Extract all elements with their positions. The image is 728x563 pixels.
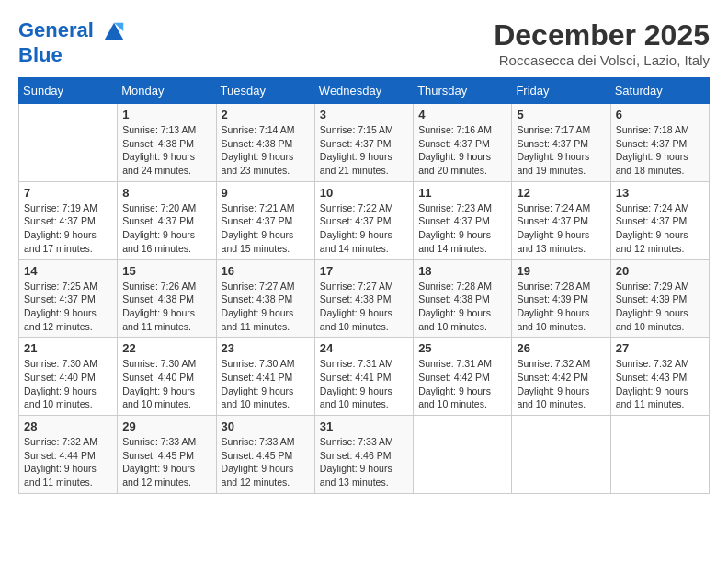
- day-info: Sunrise: 7:32 AMSunset: 4:44 PMDaylight:…: [24, 435, 112, 489]
- calendar-cell: 21Sunrise: 7:30 AMSunset: 4:40 PMDayligh…: [19, 338, 118, 416]
- weekday-header-row: SundayMondayTuesdayWednesdayThursdayFrid…: [19, 78, 710, 104]
- calendar-cell: 7Sunrise: 7:19 AMSunset: 4:37 PMDaylight…: [19, 181, 118, 259]
- day-number: 5: [517, 108, 605, 121]
- page-header: General Blue December 2025 Roccasecca de…: [18, 18, 710, 68]
- day-info: Sunrise: 7:27 AMSunset: 4:38 PMDaylight:…: [222, 280, 310, 334]
- calendar-cell: 6Sunrise: 7:18 AMSunset: 4:37 PMDaylight…: [610, 104, 709, 182]
- calendar-cell: 25Sunrise: 7:31 AMSunset: 4:42 PMDayligh…: [414, 338, 512, 416]
- day-number: 8: [122, 186, 210, 200]
- day-number: 15: [122, 264, 210, 278]
- day-info: Sunrise: 7:24 AMSunset: 4:37 PMDaylight:…: [616, 201, 704, 256]
- calendar-cell: 20Sunrise: 7:29 AMSunset: 4:39 PMDayligh…: [610, 259, 709, 338]
- day-number: 18: [418, 264, 506, 278]
- calendar-cell: 3Sunrise: 7:15 AMSunset: 4:37 PMDaylight…: [314, 104, 413, 182]
- weekday-header-cell: Monday: [118, 78, 216, 104]
- day-number: 11: [418, 186, 506, 200]
- day-number: 17: [320, 264, 408, 278]
- calendar-table: SundayMondayTuesdayWednesdayThursdayFrid…: [18, 77, 710, 494]
- calendar-cell: 15Sunrise: 7:26 AMSunset: 4:38 PMDayligh…: [118, 259, 216, 338]
- day-info: Sunrise: 7:24 AMSunset: 4:37 PMDaylight:…: [517, 201, 605, 256]
- day-number: 9: [222, 186, 310, 200]
- calendar-cell: [414, 416, 512, 494]
- calendar-body: 1Sunrise: 7:13 AMSunset: 4:38 PMDaylight…: [19, 104, 710, 494]
- calendar-cell: 23Sunrise: 7:30 AMSunset: 4:41 PMDayligh…: [216, 338, 314, 416]
- day-number: 1: [122, 108, 210, 121]
- day-info: Sunrise: 7:17 AMSunset: 4:37 PMDaylight:…: [517, 123, 605, 178]
- calendar-cell: 17Sunrise: 7:27 AMSunset: 4:38 PMDayligh…: [314, 259, 413, 338]
- day-info: Sunrise: 7:30 AMSunset: 4:41 PMDaylight:…: [222, 357, 310, 411]
- calendar-cell: [19, 104, 118, 182]
- calendar-cell: 26Sunrise: 7:32 AMSunset: 4:42 PMDayligh…: [512, 338, 610, 416]
- day-info: Sunrise: 7:33 AMSunset: 4:45 PMDaylight:…: [122, 435, 210, 489]
- day-number: 14: [24, 264, 112, 278]
- day-info: Sunrise: 7:26 AMSunset: 4:38 PMDaylight:…: [122, 280, 210, 334]
- day-number: 27: [616, 341, 704, 355]
- calendar-cell: 31Sunrise: 7:33 AMSunset: 4:46 PMDayligh…: [314, 416, 413, 494]
- weekday-header-cell: Thursday: [414, 78, 512, 104]
- day-info: Sunrise: 7:30 AMSunset: 4:40 PMDaylight:…: [24, 357, 112, 411]
- day-number: 26: [517, 341, 605, 355]
- calendar-cell: 27Sunrise: 7:32 AMSunset: 4:43 PMDayligh…: [610, 338, 709, 416]
- title-block: December 2025 Roccasecca dei Volsci, Laz…: [494, 18, 710, 68]
- day-number: 19: [517, 264, 605, 278]
- day-info: Sunrise: 7:23 AMSunset: 4:37 PMDaylight:…: [418, 201, 506, 256]
- day-number: 12: [517, 186, 605, 200]
- calendar-cell: 10Sunrise: 7:22 AMSunset: 4:37 PMDayligh…: [314, 181, 413, 259]
- day-number: 6: [616, 108, 704, 121]
- day-info: Sunrise: 7:13 AMSunset: 4:38 PMDaylight:…: [122, 123, 210, 178]
- day-number: 24: [320, 341, 408, 355]
- day-info: Sunrise: 7:28 AMSunset: 4:39 PMDaylight:…: [517, 280, 605, 334]
- calendar-week-row: 14Sunrise: 7:25 AMSunset: 4:37 PMDayligh…: [19, 259, 710, 338]
- calendar-cell: 2Sunrise: 7:14 AMSunset: 4:38 PMDaylight…: [216, 104, 314, 182]
- calendar-cell: [610, 416, 709, 494]
- day-number: 10: [320, 186, 408, 200]
- day-info: Sunrise: 7:33 AMSunset: 4:46 PMDaylight:…: [320, 435, 408, 489]
- calendar-week-row: 28Sunrise: 7:32 AMSunset: 4:44 PMDayligh…: [19, 416, 710, 494]
- day-number: 25: [418, 341, 506, 355]
- calendar-week-row: 21Sunrise: 7:30 AMSunset: 4:40 PMDayligh…: [19, 338, 710, 416]
- day-number: 23: [222, 341, 310, 355]
- day-number: 29: [122, 419, 210, 433]
- day-info: Sunrise: 7:31 AMSunset: 4:42 PMDaylight:…: [418, 357, 506, 411]
- day-number: 20: [616, 264, 704, 278]
- logo-blue-text: Blue: [18, 44, 127, 66]
- day-info: Sunrise: 7:29 AMSunset: 4:39 PMDaylight:…: [616, 280, 704, 334]
- calendar-week-row: 7Sunrise: 7:19 AMSunset: 4:37 PMDaylight…: [19, 181, 710, 259]
- calendar-cell: 16Sunrise: 7:27 AMSunset: 4:38 PMDayligh…: [216, 259, 314, 338]
- day-info: Sunrise: 7:28 AMSunset: 4:38 PMDaylight:…: [418, 280, 506, 334]
- calendar-cell: 13Sunrise: 7:24 AMSunset: 4:37 PMDayligh…: [610, 181, 709, 259]
- day-number: 16: [222, 264, 310, 278]
- calendar-cell: 30Sunrise: 7:33 AMSunset: 4:45 PMDayligh…: [216, 416, 314, 494]
- day-number: 3: [320, 108, 408, 121]
- calendar-cell: 8Sunrise: 7:20 AMSunset: 4:37 PMDaylight…: [118, 181, 216, 259]
- logo-text: General: [18, 18, 127, 44]
- calendar-cell: 14Sunrise: 7:25 AMSunset: 4:37 PMDayligh…: [19, 259, 118, 338]
- location-subtitle: Roccasecca dei Volsci, Lazio, Italy: [494, 52, 710, 68]
- day-number: 31: [320, 419, 408, 433]
- weekday-header-cell: Friday: [512, 78, 610, 104]
- calendar-cell: 28Sunrise: 7:32 AMSunset: 4:44 PMDayligh…: [19, 416, 118, 494]
- day-info: Sunrise: 7:18 AMSunset: 4:37 PMDaylight:…: [616, 123, 704, 178]
- day-number: 30: [222, 419, 310, 433]
- day-number: 22: [122, 341, 210, 355]
- day-info: Sunrise: 7:31 AMSunset: 4:41 PMDaylight:…: [320, 357, 408, 411]
- day-info: Sunrise: 7:20 AMSunset: 4:37 PMDaylight:…: [122, 201, 210, 256]
- calendar-cell: 4Sunrise: 7:16 AMSunset: 4:37 PMDaylight…: [414, 104, 512, 182]
- day-number: 28: [24, 419, 112, 433]
- day-number: 2: [222, 108, 310, 121]
- calendar-cell: 5Sunrise: 7:17 AMSunset: 4:37 PMDaylight…: [512, 104, 610, 182]
- day-number: 13: [616, 186, 704, 200]
- calendar-cell: 18Sunrise: 7:28 AMSunset: 4:38 PMDayligh…: [414, 259, 512, 338]
- calendar-cell: 1Sunrise: 7:13 AMSunset: 4:38 PMDaylight…: [118, 104, 216, 182]
- calendar-week-row: 1Sunrise: 7:13 AMSunset: 4:38 PMDaylight…: [19, 104, 710, 182]
- calendar-cell: 11Sunrise: 7:23 AMSunset: 4:37 PMDayligh…: [414, 181, 512, 259]
- day-info: Sunrise: 7:21 AMSunset: 4:37 PMDaylight:…: [222, 201, 310, 256]
- day-info: Sunrise: 7:30 AMSunset: 4:40 PMDaylight:…: [122, 357, 210, 411]
- day-info: Sunrise: 7:25 AMSunset: 4:37 PMDaylight:…: [24, 280, 112, 334]
- calendar-cell: 19Sunrise: 7:28 AMSunset: 4:39 PMDayligh…: [512, 259, 610, 338]
- weekday-header-cell: Sunday: [19, 78, 118, 104]
- weekday-header-cell: Wednesday: [314, 78, 413, 104]
- day-number: 4: [418, 108, 506, 121]
- day-info: Sunrise: 7:32 AMSunset: 4:42 PMDaylight:…: [517, 357, 605, 411]
- weekday-header-cell: Saturday: [610, 78, 709, 104]
